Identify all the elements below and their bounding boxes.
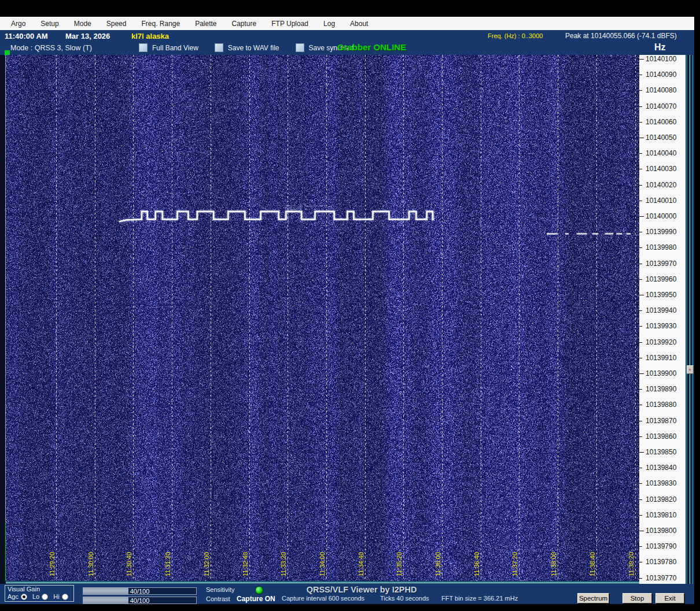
freq-scale-label: 10139880 (646, 401, 676, 409)
freq-tick (639, 342, 642, 343)
freq-scale-label: 10139780 (646, 558, 676, 566)
fft-bin-label: FFT bin size = 366.21 mHz (441, 595, 518, 602)
freq-scale-label: 10140030 (646, 165, 676, 173)
freq-tick (639, 185, 642, 186)
freq-tick (639, 468, 642, 468)
freq-scale-label: 10140100 (646, 55, 676, 63)
menu-item-ftp-upload[interactable]: FTP Upload (264, 20, 316, 28)
freq-scale-label: 10139840 (646, 464, 676, 472)
freq-scale-row: 10139900 (639, 369, 686, 377)
freq-scale-row: 10139780 (639, 558, 686, 566)
menu-item-speed[interactable]: Speed (99, 20, 134, 28)
freq-scale-row: 10139790 (639, 542, 686, 550)
date: Mar 13, 2026 (65, 32, 110, 40)
grabber-status: Grabber ONLINE (337, 42, 406, 52)
freq-scale-row: 10140080 (639, 86, 686, 94)
freq-scale-row: 10139840 (639, 464, 686, 472)
frequency-scrollbar-thumb[interactable] (687, 365, 694, 374)
mode-row: Mode : QRSS 3, Slow (T) Full Band ViewSa… (0, 42, 694, 55)
freq-scale-label: 10139990 (646, 228, 676, 236)
callsign-label: kl7l alaska (131, 32, 169, 40)
peak-readout: Peak at 10140055.066 (-74.1 dBFS) (565, 32, 677, 40)
freq-scale-label: 10140070 (646, 102, 676, 110)
freq-tick (639, 373, 644, 374)
radio-lo[interactable] (42, 594, 48, 600)
freq-scale-label: 10139920 (646, 338, 676, 346)
capture-interval-label: Capture interval 600 seconds (282, 595, 364, 602)
freq-scale-label: 10139950 (646, 291, 676, 299)
freq-scale-label: 10139870 (646, 417, 676, 425)
freq-scale-row: 10139910 (639, 354, 686, 362)
freq-scale-row: 10140020 (639, 181, 686, 189)
menu-item-mode[interactable]: Mode (67, 20, 99, 28)
contrast-label: Contrast (206, 595, 230, 602)
contrast-value: 40/100 (83, 597, 196, 604)
freq-tick (639, 295, 644, 295)
freq-scale-label: 10140020 (646, 181, 676, 189)
freq-tick (639, 483, 642, 484)
freq-scale-label: 10139820 (646, 495, 676, 503)
clock: 11:40:00 AM (5, 32, 48, 40)
freq-scale-label: 10139790 (646, 542, 676, 550)
menu-item-setup[interactable]: Setup (33, 20, 66, 28)
freq-scale-row: 10139830 (639, 479, 686, 487)
freq-scale-row: 10140010 (639, 197, 686, 205)
menu-item-palette[interactable]: Palette (187, 20, 224, 28)
menu-item-argo[interactable]: Argo (3, 20, 33, 28)
freq-scale-label: 10139940 (646, 306, 676, 314)
freq-scale-row: 10139850 (639, 448, 686, 456)
radio-label-lo: Lo (32, 593, 39, 600)
ticks-label: Ticks 40 seconds (380, 595, 429, 602)
frequency-scrollbar[interactable] (686, 55, 693, 584)
freq-scale-label: 10139900 (646, 369, 676, 377)
checkbox-full-band-view[interactable] (139, 43, 148, 52)
freq-scale-label: 10139770 (646, 574, 676, 582)
menu-item-about[interactable]: About (342, 20, 375, 28)
status-row: 11:40:00 AM Mar 13, 2026 kl7l alaska Fre… (0, 30, 694, 42)
freq-scale-row: 10139950 (639, 291, 686, 299)
checkbox-save-synch-ed[interactable] (296, 43, 304, 52)
visual-gain-label: Visual Gain (8, 586, 40, 593)
freq-scale-row: 10139800 (639, 527, 686, 535)
freq-tick (639, 310, 642, 311)
freq-scale-row: 10139770 (639, 574, 686, 582)
freq-tick (639, 264, 642, 264)
menu-bar: ArgoSetupModeSpeedFreq. RangePaletteCapt… (0, 17, 694, 30)
freq-scale-label: 10139850 (646, 448, 676, 456)
freq-scale-label: 10140000 (646, 212, 676, 220)
freq-scale-label: 10139930 (646, 322, 676, 330)
freq-scale-row: 10139990 (639, 228, 686, 236)
freq-tick (639, 247, 642, 248)
contrast-slider[interactable]: 40/100 (83, 597, 197, 604)
sensitivity-slider[interactable]: 40/100 (83, 587, 197, 595)
freq-tick (639, 546, 642, 547)
menu-item-freq-range[interactable]: Freq. Range (134, 20, 187, 28)
freq-scale-row: 10139960 (639, 275, 686, 283)
exit-button[interactable]: Exit (655, 593, 684, 603)
spectrum-button[interactable]: Spectrum (577, 593, 609, 603)
freq-tick (639, 106, 642, 107)
freq-scale-row: 10140090 (639, 71, 686, 79)
menu-item-log[interactable]: Log (316, 20, 342, 28)
freq-scale-label: 10139980 (646, 243, 676, 251)
freq-scale-row: 10139890 (639, 385, 686, 393)
freq-scale-label: 10140010 (646, 197, 676, 205)
bottom-control-bar: Visual Gain AgcLoHi 40/100 40/100 Sensit… (0, 584, 694, 604)
freq-tick (639, 232, 642, 232)
spectrogram-canvas[interactable] (6, 55, 639, 581)
freq-tick (639, 436, 642, 437)
menu-item-capture[interactable]: Capture (224, 20, 264, 28)
scrollbar-center-line (690, 55, 690, 584)
freq-scale-label: 10139830 (646, 479, 676, 487)
stop-button[interactable]: Stop (622, 593, 652, 603)
freq-tick (639, 452, 644, 453)
freq-tick (639, 389, 642, 390)
freq-scale-row: 10139880 (639, 401, 686, 409)
freq-scale-label: 10140040 (646, 149, 676, 157)
radio-hi[interactable] (62, 594, 68, 600)
app-title: QRSS/VLF Viewer by I2PHD (272, 585, 451, 594)
radio-agc[interactable] (21, 594, 27, 600)
freq-scale-label: 10140080 (646, 86, 676, 94)
checkbox-save-to-wav-file[interactable] (215, 43, 223, 52)
visual-gain-group: Visual Gain AgcLoHi (5, 585, 74, 602)
